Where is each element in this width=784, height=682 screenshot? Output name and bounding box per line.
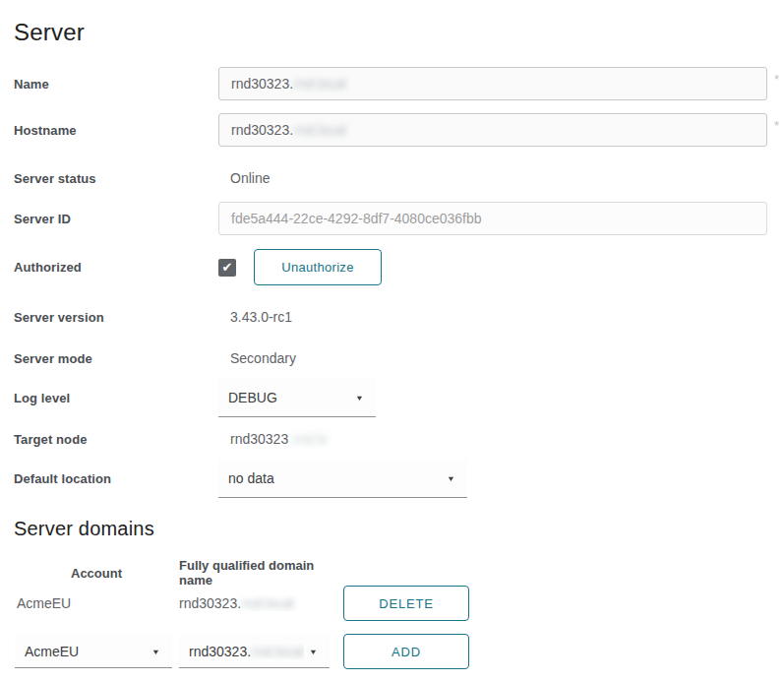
add-domain-row: AcmeEU ▼ rnd30323.rnd.local ▼ ADD [14, 633, 784, 670]
add-domain-fqdn-value: rnd30323.rnd.local [189, 644, 304, 659]
server-mode-label: Server mode [14, 351, 218, 366]
page-title: Server [14, 18, 784, 47]
default-location-select[interactable]: no data ▼ [218, 459, 467, 498]
dropdown-arrow-icon: ▼ [309, 647, 318, 655]
target-node-label: Target node [14, 432, 218, 447]
server-domains-heading: Server domains [14, 518, 784, 540]
hostname-label: Hostname [14, 123, 218, 138]
default-location-label: Default location [14, 471, 218, 486]
unauthorize-button[interactable]: Unauthorize [254, 249, 382, 285]
name-required-mark: * [774, 72, 779, 87]
default-location-value: no data [228, 470, 274, 486]
dropdown-arrow-icon: ▼ [447, 473, 455, 482]
target-node-redacted-text: .rnd.lo [289, 431, 328, 447]
domain-account-value: AcmeEU [14, 595, 179, 611]
form-row-server-version: Server version 3.43.0-rc1 [14, 307, 784, 327]
hostname-input[interactable]: rnd30323.rnd.local [218, 113, 767, 147]
account-column-header: Account [14, 566, 179, 581]
delete-domain-button[interactable]: DELETE [343, 586, 469, 621]
domain-row: AcmeEU rnd30323.rnd.local DELETE [14, 582, 784, 625]
dropdown-arrow-icon: ▼ [355, 393, 364, 402]
form-row-default-location: Default location no data ▼ [14, 459, 784, 498]
form-row-server-status: Server status Online [14, 168, 784, 188]
name-input[interactable]: rnd30323.rnd.local [218, 67, 767, 100]
add-domain-fqdn-redacted-text: rnd.local [252, 644, 304, 659]
form-row-server-mode: Server mode Secondary [14, 348, 784, 368]
hostname-redacted-text: rnd.local [294, 122, 346, 138]
form-row-log-level: Log level DEBUG ▼ [14, 378, 784, 417]
server-id-label: Server ID [14, 212, 218, 226]
form-row-name: Name rnd30323.rnd.local * [14, 67, 784, 100]
add-domain-account-select[interactable]: AcmeEU ▼ [15, 635, 172, 668]
name-redacted-text: rnd.local [294, 76, 346, 92]
server-mode-value: Secondary [218, 350, 296, 366]
server-settings-page: Server Name rnd30323.rnd.local * Hostnam… [0, 0, 784, 670]
target-node-value: rnd30323.rnd.lo [218, 431, 328, 447]
form-row-server-id: Server ID fde5a444-22ce-4292-8df7-4080ce… [14, 202, 784, 235]
add-domain-account-value: AcmeEU [25, 644, 79, 659]
log-level-value: DEBUG [228, 390, 277, 405]
server-status-value: Online [218, 170, 270, 186]
form-row-authorized: Authorized ✔ Unauthorize [14, 249, 784, 285]
server-version-value: 3.43.0-rc1 [218, 309, 292, 325]
server-version-label: Server version [14, 310, 218, 325]
domain-fqdn-redacted-text: rnd.local [242, 595, 294, 611]
domain-fqdn-value: rnd30323.rnd.local [179, 595, 343, 611]
hostname-value: rnd30323. [231, 122, 293, 138]
checkmark-icon: ✔ [222, 261, 233, 274]
add-domain-button[interactable]: ADD [343, 634, 469, 669]
server-id-input: fde5a444-22ce-4292-8df7-4080ce036fbb [218, 202, 767, 235]
dropdown-arrow-icon: ▼ [151, 647, 160, 655]
log-level-select[interactable]: DEBUG ▼ [218, 378, 376, 417]
name-value: rnd30323. [231, 76, 293, 92]
authorized-checkbox[interactable]: ✔ [218, 259, 236, 277]
form-row-hostname: Hostname rnd30323.rnd.local * [14, 113, 784, 147]
hostname-required-mark: * [774, 118, 779, 133]
authorized-label: Authorized [14, 260, 218, 275]
server-status-label: Server status [14, 171, 218, 186]
add-domain-fqdn-select[interactable]: rnd30323.rnd.local ▼ [179, 635, 330, 668]
name-label: Name [14, 77, 218, 92]
fqdn-column-header: Fully qualified domain name [179, 558, 343, 588]
form-row-target-node: Target node rnd30323.rnd.lo [14, 429, 784, 449]
log-level-label: Log level [14, 391, 218, 405]
domains-table-header: Account Fully qualified domain name [14, 558, 784, 582]
server-id-value: fde5a444-22ce-4292-8df7-4080ce036fbb [231, 211, 482, 226]
